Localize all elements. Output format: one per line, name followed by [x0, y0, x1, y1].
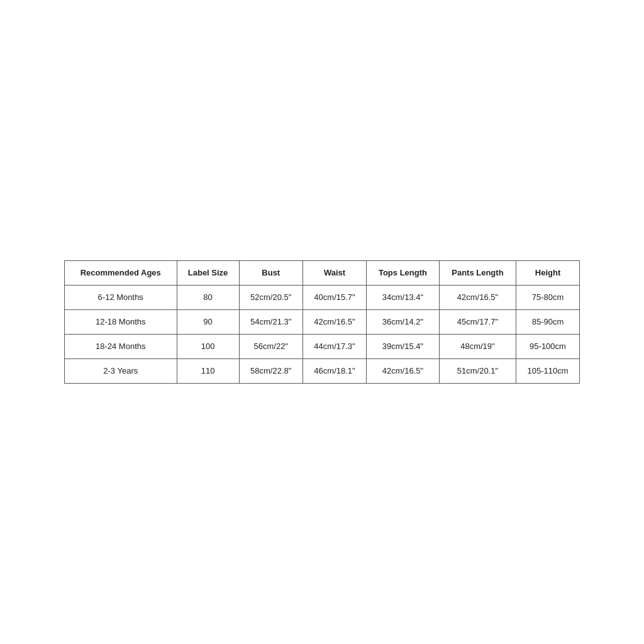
header-tops-length: Tops Length: [367, 260, 440, 285]
header-bust: Bust: [239, 260, 303, 285]
cell-waist: 40cm/15.7": [303, 285, 366, 309]
cell-bust: 56cm/22": [239, 335, 303, 359]
cell-height: 95-100cm: [516, 335, 580, 359]
cell-tops-length: 42cm/16.5": [367, 359, 440, 384]
cell-tops-length: 36cm/14.2": [367, 309, 440, 334]
cell-tops-length: 34cm/13.4": [367, 285, 440, 309]
header-height: Height: [516, 260, 580, 285]
header-waist: Waist: [303, 260, 366, 285]
cell-label-size: 100: [177, 335, 239, 359]
table-row: 12-18 Months9054cm/21.3"42cm/16.5"36cm/1…: [65, 309, 580, 334]
table-row: 2-3 Years11058cm/22.8"46cm/18.1"42cm/16.…: [65, 359, 580, 384]
cell-height: 105-110cm: [516, 359, 580, 384]
cell-bust: 54cm/21.3": [239, 309, 303, 334]
cell-ages: 18-24 Months: [65, 335, 177, 359]
cell-tops-length: 39cm/15.4": [367, 335, 440, 359]
cell-waist: 42cm/16.5": [303, 309, 366, 334]
header-label-size: Label Size: [177, 260, 239, 285]
header-pants-length: Pants Length: [439, 260, 516, 285]
cell-waist: 46cm/18.1": [303, 359, 366, 384]
cell-bust: 52cm/20.5": [239, 285, 303, 309]
size-chart-container: Recommended Ages Label Size Bust Waist T…: [64, 260, 580, 384]
cell-label-size: 80: [177, 285, 239, 309]
cell-ages: 12-18 Months: [65, 309, 177, 334]
cell-height: 85-90cm: [516, 309, 580, 334]
cell-pants-length: 48cm/19": [439, 335, 516, 359]
table-row: 18-24 Months10056cm/22"44cm/17.3"39cm/15…: [65, 335, 580, 359]
cell-pants-length: 51cm/20.1": [439, 359, 516, 384]
cell-label-size: 110: [177, 359, 239, 384]
cell-ages: 2-3 Years: [65, 359, 177, 384]
cell-pants-length: 45cm/17.7": [439, 309, 516, 334]
size-chart-table: Recommended Ages Label Size Bust Waist T…: [64, 260, 580, 384]
table-row: 6-12 Months8052cm/20.5"40cm/15.7"34cm/13…: [65, 285, 580, 309]
table-header-row: Recommended Ages Label Size Bust Waist T…: [65, 260, 580, 285]
cell-label-size: 90: [177, 309, 239, 334]
header-recommended-ages: Recommended Ages: [65, 260, 177, 285]
cell-height: 75-80cm: [516, 285, 580, 309]
cell-waist: 44cm/17.3": [303, 335, 366, 359]
cell-pants-length: 42cm/16.5": [439, 285, 516, 309]
cell-bust: 58cm/22.8": [239, 359, 303, 384]
cell-ages: 6-12 Months: [65, 285, 177, 309]
